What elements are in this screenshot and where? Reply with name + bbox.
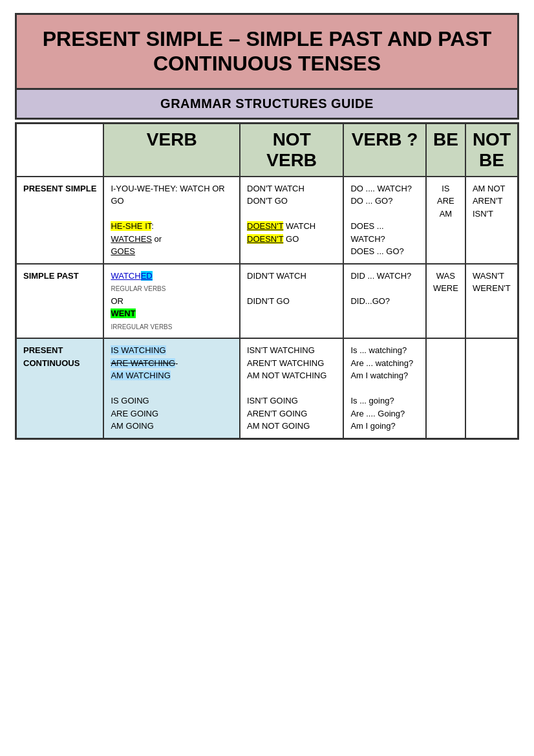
ps-dont-watch: DON'T WATCH xyxy=(247,184,304,193)
pc-dash: - xyxy=(175,358,178,368)
sp-irregular: IRREGULAR VERBS xyxy=(111,323,172,330)
notbe-simple-past: WASN'T WEREN'T xyxy=(465,264,518,339)
sp-or: OR xyxy=(111,296,123,306)
ps-arent: AREN'T xyxy=(473,196,503,206)
verb-present-simple: I-YOU-WE-THEY: WATCH OR GO HE-SHE IT: WA… xyxy=(103,177,240,264)
pc-is-watching-q: Is ... watching? xyxy=(350,345,407,355)
pc-is-going-q: Is ... going? xyxy=(350,396,394,405)
pc-isnt-watching: ISN'T WATCHING xyxy=(247,345,315,355)
sp-did-watch: DID ... WATCH? xyxy=(350,271,411,281)
label-simple-past: SIMPLE PAST xyxy=(16,264,104,339)
ps-verb-watches: WATCHES or xyxy=(111,234,162,244)
ps-doesnt-go: DOESN'T GO xyxy=(247,234,299,244)
verbq-present-continuous: Is ... watching? Are ... watching? Am I … xyxy=(343,338,425,438)
header-not-verb: NOT VERB xyxy=(240,123,343,177)
pc-am-going-q: Am I going? xyxy=(350,421,395,431)
pc-is-watching: IS WATCHING xyxy=(111,345,166,355)
ps-do-watch: DO .... WATCH? xyxy=(350,184,412,193)
ps-does-watch: DOES ... WATCH? xyxy=(350,221,385,244)
be-present-continuous xyxy=(426,338,465,438)
header-not-be: NOT BE xyxy=(465,123,518,177)
verb-present-continuous: IS WATCHING ARE WATCHING- AM WATCHING IS… xyxy=(103,338,240,438)
notbe-present-continuous xyxy=(465,338,518,438)
page-wrapper: PRESENT SIMPLE – SIMPLE PAST AND PAST CO… xyxy=(15,13,519,440)
main-title: PRESENT SIMPLE – SIMPLE PAST AND PAST CO… xyxy=(15,13,519,90)
ps-doesnt-watch: DOESN'T WATCH xyxy=(247,221,315,231)
sp-didnt-watch: DIDN'T WATCH xyxy=(247,271,306,281)
ps-verb-line1: I-YOU-WE-THEY: WATCH OR GO xyxy=(111,184,224,206)
present-simple-row: PRESENT SIMPLE I-YOU-WE-THEY: WATCH OR G… xyxy=(16,177,518,264)
ps-does-go: DOES ... GO? xyxy=(350,246,403,256)
sp-was: WAS xyxy=(436,271,455,281)
sp-did-go: DID...GO? xyxy=(350,296,390,306)
ps-dont-go: DON'T GO xyxy=(247,196,288,206)
pc-are-watching: ARE WATCHING xyxy=(111,358,175,368)
ps-is: IS xyxy=(442,184,449,193)
grammar-table: VERB NOT VERB VERB ? BE NOT BE PRESENT S… xyxy=(15,122,519,440)
ps-do-go: DO ... GO? xyxy=(350,196,392,206)
ps-verb-goes: GOES xyxy=(111,246,135,256)
notverb-present-simple: DON'T WATCH DON'T GO DOESN'T WATCH DOESN… xyxy=(240,177,343,264)
notverb-simple-past: DIDN'T WATCH DIDN'T GO xyxy=(240,264,343,339)
verbq-simple-past: DID ... WATCH? DID...GO? xyxy=(343,264,425,339)
pc-am-going: AM GOING xyxy=(111,421,153,431)
header-verb: VERB xyxy=(103,123,240,177)
simple-past-row: SIMPLE PAST WATCHED REGULAR VERBS OR WEN… xyxy=(16,264,518,339)
subtitle-bar: GRAMMAR STRUCTURES GUIDE xyxy=(15,90,519,120)
sp-werent: WEREN'T xyxy=(473,283,511,293)
pc-isnt-going: ISN'T GOING xyxy=(247,396,298,405)
notverb-present-continuous: ISN'T WATCHING AREN'T WATCHING AM NOT WA… xyxy=(240,338,343,438)
pc-arent-going: AREN'T GOING xyxy=(247,409,307,418)
be-simple-past: WAS WERE xyxy=(426,264,465,339)
pc-are-going: ARE GOING xyxy=(111,409,158,418)
verb-simple-past: WATCHED REGULAR VERBS OR WENT IRREGULAR … xyxy=(103,264,240,339)
present-continuous-row: PRESENTCONTINUOUS IS WATCHING ARE WATCHI… xyxy=(16,338,518,438)
verbq-present-simple: DO .... WATCH? DO ... GO? DOES ... WATCH… xyxy=(343,177,425,264)
pc-are-watching-q: Are ... watching? xyxy=(350,358,413,368)
ps-verb-heshit: HE-SHE IT xyxy=(111,221,151,231)
sp-regular: REGULAR VERBS xyxy=(111,285,166,292)
sp-went: WENT xyxy=(111,308,135,318)
sp-didnt-go: DIDN'T GO xyxy=(247,296,290,306)
ps-are: ARE xyxy=(437,196,454,206)
sp-were: WERE xyxy=(433,283,458,293)
pc-am-watching-q: Am I watching? xyxy=(350,371,408,380)
ps-isnt: ISN'T xyxy=(473,209,493,219)
notbe-present-simple: AM NOT AREN'T ISN'T xyxy=(465,177,518,264)
be-present-simple: IS ARE AM xyxy=(426,177,465,264)
label-present-simple: PRESENT SIMPLE xyxy=(16,177,104,264)
header-row: VERB NOT VERB VERB ? BE NOT BE xyxy=(16,123,518,177)
header-verb-q: VERB ? xyxy=(343,123,425,177)
ps-verb-colon: : xyxy=(151,221,154,231)
label-present-continuous: PRESENTCONTINUOUS xyxy=(16,338,104,438)
pc-amnot-watching: AM NOT WATCHING xyxy=(247,371,326,380)
ps-am: AM xyxy=(440,209,453,219)
sp-watched: WATCHED xyxy=(111,271,152,281)
sp-wasnt: WASN'T xyxy=(473,271,504,281)
pc-am-watching: AM WATCHING xyxy=(111,371,170,380)
header-be: BE xyxy=(426,123,465,177)
pc-are-going-q: Are .... Going? xyxy=(350,409,405,418)
pc-amnot-going: AM NOT GOING xyxy=(247,421,310,431)
pc-is-going: IS GOING xyxy=(111,396,149,405)
header-empty xyxy=(16,123,104,177)
pc-arent-watching: AREN'T WATCHING xyxy=(247,358,324,368)
ps-am-not: AM NOT xyxy=(473,184,506,193)
